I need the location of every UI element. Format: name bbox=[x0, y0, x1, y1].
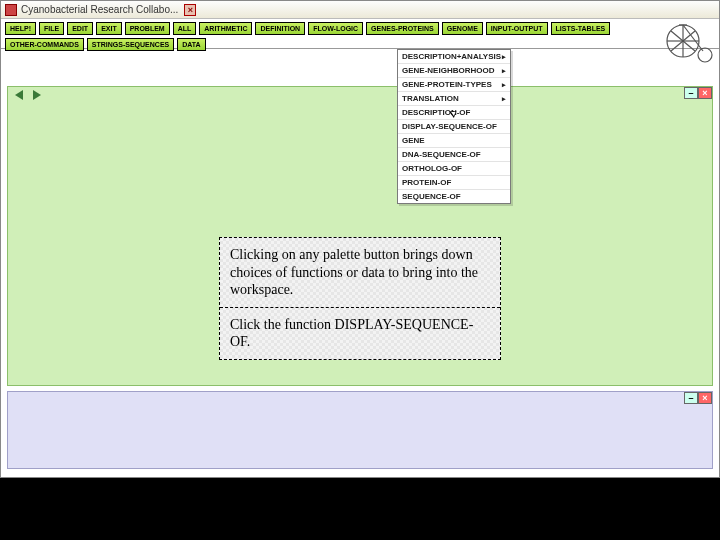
arrow-right-icon bbox=[33, 90, 41, 100]
dd-label: PROTEIN-OF bbox=[402, 178, 451, 187]
dd-item-gene-protein-types[interactable]: GENE-PROTEIN-TYPES▸ bbox=[398, 78, 510, 92]
nav-back-button[interactable] bbox=[12, 89, 26, 101]
dd-label: GENE-PROTEIN-TYPES bbox=[402, 80, 492, 89]
dd-item-gene-neighborhood[interactable]: GENE-NEIGHBORHOOD▸ bbox=[398, 64, 510, 78]
palette-btn-help[interactable]: HELP! bbox=[5, 22, 36, 35]
palette-btn-problem[interactable]: PROBLEM bbox=[125, 22, 170, 35]
genes-proteins-dropdown: DESCRIPTION+ANALYSIS▸ GENE-NEIGHBORHOOD▸… bbox=[397, 49, 511, 204]
submenu-marker-icon: ▸ bbox=[502, 67, 506, 75]
callout-text-2: Click the function DISPLAY-SEQUENCE-OF. bbox=[230, 316, 490, 351]
dd-label: SEQUENCE-OF bbox=[402, 192, 461, 201]
svg-point-1 bbox=[698, 48, 712, 62]
dd-label: GENE-NEIGHBORHOOD bbox=[402, 66, 494, 75]
tutorial-callout: Clicking on any palette button brings do… bbox=[219, 237, 501, 360]
palette-row-2: OTHER-COMMANDS STRINGS-SEQUENCES DATA bbox=[5, 38, 610, 51]
submenu-marker-icon: ▸ bbox=[502, 53, 506, 61]
dd-label: ORTHOLOG-OF bbox=[402, 164, 462, 173]
palette-btn-genome[interactable]: GENOME bbox=[442, 22, 483, 35]
output-panel: – × bbox=[7, 391, 713, 469]
dd-item-translation[interactable]: TRANSLATION▸ bbox=[398, 92, 510, 106]
palette-btn-genes-proteins[interactable]: GENES-PROTEINS bbox=[366, 22, 439, 35]
palette-btn-file[interactable]: FILE bbox=[39, 22, 64, 35]
dd-label: DESCRIPTION+ANALYSIS bbox=[402, 52, 501, 61]
palette-btn-exit[interactable]: EXIT bbox=[96, 22, 122, 35]
bicycle-logo-icon bbox=[665, 21, 713, 65]
dd-item-gene[interactable]: GENE bbox=[398, 134, 510, 148]
titlebar: Cyanobacterial Research Collabo... × bbox=[1, 1, 719, 19]
workspace-window-controls: – × bbox=[684, 87, 712, 99]
dd-label: DNA-SEQUENCE-OF bbox=[402, 150, 481, 159]
svg-line-7 bbox=[671, 41, 683, 51]
palette-btn-strings-sequences[interactable]: STRINGS-SEQUENCES bbox=[87, 38, 174, 51]
tab-close-icon[interactable]: × bbox=[184, 4, 196, 16]
svg-line-8 bbox=[683, 41, 695, 51]
submenu-marker-icon: ▸ bbox=[502, 81, 506, 89]
palette-row-1: HELP! FILE EDIT EXIT PROBLEM ALL ARITHME… bbox=[5, 22, 610, 35]
dd-item-dna-sequence-of[interactable]: DNA-SEQUENCE-OF bbox=[398, 148, 510, 162]
dd-label: GENE bbox=[402, 136, 425, 145]
palette-btn-flow-logic[interactable]: FLOW-LOGIC bbox=[308, 22, 363, 35]
palette-menubar: HELP! FILE EDIT EXIT PROBLEM ALL ARITHME… bbox=[1, 19, 719, 49]
palette-btn-definition[interactable]: DEFINITION bbox=[255, 22, 305, 35]
svg-line-5 bbox=[671, 31, 683, 41]
palette-btn-other-commands[interactable]: OTHER-COMMANDS bbox=[5, 38, 84, 51]
dd-item-display-sequence-of[interactable]: DISPLAY-SEQUENCE-OF bbox=[398, 120, 510, 134]
nav-forward-button[interactable] bbox=[30, 89, 44, 101]
dd-label: TRANSLATION bbox=[402, 94, 459, 103]
dd-item-description-analysis[interactable]: DESCRIPTION+ANALYSIS▸ bbox=[398, 50, 510, 64]
window-title: Cyanobacterial Research Collabo... bbox=[21, 4, 178, 15]
output-close-button[interactable]: × bbox=[698, 392, 712, 404]
dd-label: DISPLAY-SEQUENCE-OF bbox=[402, 122, 497, 131]
dd-item-sequence-of[interactable]: SEQUENCE-OF bbox=[398, 190, 510, 203]
palette-btn-arithmetic[interactable]: ARITHMETIC bbox=[199, 22, 252, 35]
app-window: Cyanobacterial Research Collabo... × HEL… bbox=[0, 0, 720, 478]
workspace-nav bbox=[12, 89, 44, 101]
app-favicon bbox=[5, 4, 17, 16]
palette-btn-edit[interactable]: EDIT bbox=[67, 22, 93, 35]
callout-divider bbox=[220, 307, 500, 308]
dd-label: DESCRIPTION-OF bbox=[402, 108, 470, 117]
arrow-left-icon bbox=[15, 90, 23, 100]
workspace-minimize-button[interactable]: – bbox=[684, 87, 698, 99]
dd-item-protein-of[interactable]: PROTEIN-OF bbox=[398, 176, 510, 190]
output-minimize-button[interactable]: – bbox=[684, 392, 698, 404]
output-window-controls: – × bbox=[684, 392, 712, 404]
callout-text-1: Clicking on any palette button brings do… bbox=[230, 246, 490, 299]
workspace-close-button[interactable]: × bbox=[698, 87, 712, 99]
submenu-marker-icon: ▸ bbox=[502, 95, 506, 103]
dd-item-ortholog-of[interactable]: ORTHOLOG-OF bbox=[398, 162, 510, 176]
palette-btn-all[interactable]: ALL bbox=[173, 22, 197, 35]
palette-btn-data[interactable]: DATA bbox=[177, 38, 205, 51]
palette-btn-lists-tables[interactable]: LISTS-TABLES bbox=[551, 22, 611, 35]
palette-btn-input-output[interactable]: INPUT-OUTPUT bbox=[486, 22, 548, 35]
